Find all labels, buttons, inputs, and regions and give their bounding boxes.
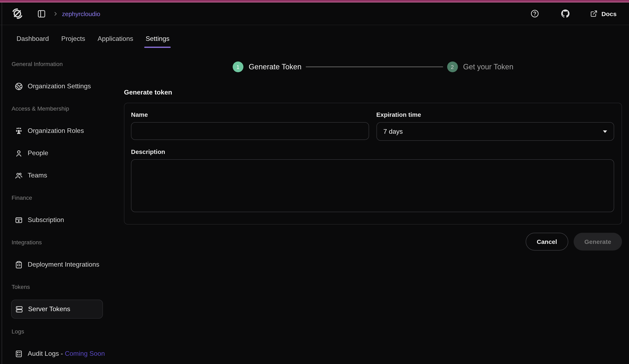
tab-projects[interactable]: Projects xyxy=(61,31,85,46)
sidebar-item-subscription[interactable]: Subscription xyxy=(11,216,64,224)
sidebar-item-label: Server Tokens xyxy=(28,305,70,313)
tab-applications[interactable]: Applications xyxy=(98,31,133,46)
step-2-label: Get your Token xyxy=(463,63,513,71)
window-accent-strip xyxy=(0,0,629,2)
app-window: zephyrcloudio Do xyxy=(0,0,629,364)
stepper-connector-line xyxy=(306,67,443,67)
sidebar-section-logs: Logs xyxy=(11,328,24,335)
sidebar-item-organization-roles[interactable]: Organization Roles xyxy=(11,127,84,135)
sidebar-toggle-icon[interactable] xyxy=(35,8,47,20)
step-1-circle: 1 xyxy=(232,62,243,72)
external-link-icon xyxy=(590,10,598,17)
cancel-button[interactable]: Cancel xyxy=(526,233,568,251)
main-nav-tabs: Dashboard Projects Applications Settings xyxy=(0,25,629,52)
name-input[interactable] xyxy=(131,122,369,140)
sidebar-section-access-membership: Access & Membership xyxy=(11,105,69,112)
main-content: 1 Generate Token 2 Get your Token Genera… xyxy=(121,52,629,251)
people-icon xyxy=(15,172,23,179)
generate-token-title: Generate token xyxy=(124,89,622,96)
coming-soon-badge: Coming Soon xyxy=(65,350,105,357)
sidebar-selected-highlight: Server Tokens xyxy=(11,300,103,319)
step-get-your-token: 2 Get your Token xyxy=(447,62,513,72)
breadcrumb-chevron-icon xyxy=(52,10,59,17)
form-actions: Cancel Generate xyxy=(124,233,622,251)
sidebar-item-deployment-integrations[interactable]: Deployment Integrations xyxy=(11,261,99,269)
sidebar-item-label: Organization Settings xyxy=(28,83,91,90)
zephyr-logo[interactable] xyxy=(11,7,24,20)
subscription-card-icon xyxy=(15,216,23,224)
docs-label: Docs xyxy=(602,10,617,17)
docs-link[interactable]: Docs xyxy=(590,10,617,17)
step-2-circle: 2 xyxy=(447,62,458,72)
description-label: Description xyxy=(131,148,614,155)
name-label: Name xyxy=(131,111,369,118)
sidebar-item-label: Organization Roles xyxy=(28,127,84,135)
server-icon xyxy=(15,305,23,313)
sidebar-item-label: Audit Logs - Coming Soon xyxy=(28,350,105,358)
sidebar-item-people[interactable]: People xyxy=(11,149,48,157)
sidebar-item-organization-settings[interactable]: Organization Settings xyxy=(11,82,91,90)
top-header: zephyrcloudio Do xyxy=(0,2,629,25)
person-icon xyxy=(15,149,23,157)
expiration-time-label: Expiration time xyxy=(376,111,614,118)
sidebar-item-audit-logs[interactable]: Audit Logs - Coming Soon xyxy=(11,350,105,358)
description-textarea[interactable] xyxy=(131,159,614,212)
window-left-edge xyxy=(2,2,2,364)
org-roles-icon xyxy=(15,127,23,135)
help-icon[interactable] xyxy=(529,8,541,19)
step-1-label: Generate Token xyxy=(249,63,302,71)
sidebar-item-label: Deployment Integrations xyxy=(28,261,99,268)
expiration-selected-value: 7 days xyxy=(383,128,403,135)
sidebar-section-general-information: General Information xyxy=(11,61,63,67)
settings-sidebar: General Information Organization Setting… xyxy=(0,52,121,364)
sidebar-section-tokens: Tokens xyxy=(11,283,30,290)
generate-button[interactable]: Generate xyxy=(574,233,622,251)
github-icon[interactable] xyxy=(560,8,571,19)
audit-log-icon xyxy=(15,350,23,358)
generate-token-form-card: Name Expiration time 7 days Descrip xyxy=(124,103,622,224)
tab-dashboard[interactable]: Dashboard xyxy=(16,31,49,46)
sidebar-section-finance: Finance xyxy=(11,194,32,201)
sidebar-item-label: Teams xyxy=(28,172,47,179)
chevron-down-icon xyxy=(603,130,607,133)
globe-icon xyxy=(15,82,23,90)
sidebar-item-label: People xyxy=(28,149,48,157)
sidebar-section-integrations: Integrations xyxy=(11,239,42,246)
step-generate-token: 1 Generate Token xyxy=(232,62,302,72)
clipboard-code-icon xyxy=(15,261,23,269)
breadcrumb-org-link[interactable]: zephyrcloudio xyxy=(62,10,100,17)
expiration-select[interactable]: 7 days xyxy=(376,122,614,141)
token-stepper: 1 Generate Token 2 Get your Token xyxy=(124,62,622,72)
sidebar-item-server-tokens[interactable]: Server Tokens xyxy=(11,298,121,320)
sidebar-item-teams[interactable]: Teams xyxy=(11,172,47,179)
tab-settings[interactable]: Settings xyxy=(146,31,170,46)
sidebar-item-label: Subscription xyxy=(28,216,64,224)
